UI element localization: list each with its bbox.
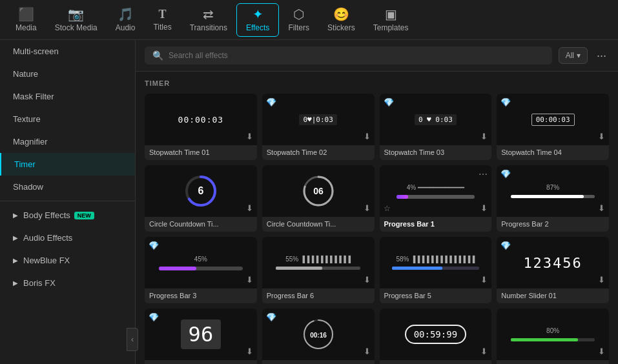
- download-icon[interactable]: ⬇: [364, 132, 371, 141]
- download-icon[interactable]: ⬇: [598, 347, 605, 356]
- download-icon[interactable]: ⬇: [480, 203, 488, 213]
- card-thumb: 💎 00:16 ⬇: [262, 308, 375, 360]
- card-label: Stopwatch Time 04: [497, 145, 609, 160]
- card-progress-bar-6[interactable]: 55% ▐▐▐▐▐▐▐▐▐▐▐ ⬇ Progress Bar 6: [262, 237, 375, 303]
- effects-icon: ✦: [252, 8, 263, 21]
- expand-icon-4: ▶: [13, 279, 18, 287]
- sidebar-item-audio-effects[interactable]: ▶ Audio Effects: [0, 227, 135, 249]
- card-stopwatch-04[interactable]: 💎 00:00:03 ⬇ Stopwatch Time 04: [497, 94, 609, 160]
- more-options-button[interactable]: ···: [594, 49, 609, 63]
- card-label: Stopwatch Time 03: [380, 145, 492, 160]
- card-label: Number Slider 01: [497, 288, 609, 303]
- card-progress-bar-1[interactable]: ⋯ 4% ━━━━━━━━━━━━ ☆ ⬇ Progress Bar 1: [380, 165, 492, 232]
- circle-countdown-small-svg: 00:16: [300, 316, 336, 352]
- card-thumb: ⋯ 4% ━━━━━━━━━━━━ ☆ ⬇: [380, 165, 492, 217]
- download-icon[interactable]: ⬇: [246, 275, 253, 285]
- card-progress-bar-8[interactable]: 80% ⬇ Progress Bar 8: [497, 308, 609, 364]
- filter-dropdown[interactable]: All ▾: [559, 47, 588, 64]
- nav-media[interactable]: ⬛ Media: [6, 4, 46, 36]
- search-icon: 🔍: [152, 50, 163, 61]
- sidebar: Multi-screen Nature Mask Filter Texture …: [0, 40, 136, 364]
- download-icon[interactable]: ⬇: [480, 132, 488, 141]
- sidebar-collapse-button[interactable]: ‹: [127, 328, 138, 351]
- card-circle-countdown-01[interactable]: 6 ⬇ Circle Countdown Ti...: [145, 165, 257, 232]
- nav-filters[interactable]: ⬡ Filters: [279, 4, 318, 36]
- nav-effects[interactable]: ✦ Effects: [236, 3, 279, 37]
- templates-icon: ▣: [385, 8, 397, 21]
- card-thumb: 00:00:03 ⬇: [145, 94, 257, 145]
- stickers-icon: 😊: [333, 8, 349, 21]
- expand-icon: ▶: [13, 212, 18, 219]
- filters-icon: ⬡: [293, 8, 304, 21]
- card-progress-bar-2[interactable]: 💎 87% ⬇ Progress Bar 2: [497, 165, 609, 232]
- svg-text:6: 6: [198, 185, 203, 196]
- sidebar-item-shadow[interactable]: Shadow: [0, 176, 135, 198]
- circle-countdown-svg: 6: [183, 173, 219, 209]
- sidebar-item-texture[interactable]: Texture: [0, 108, 135, 130]
- sidebar-item-timer[interactable]: Timer: [0, 153, 135, 176]
- download-icon[interactable]: ⬇: [246, 347, 253, 356]
- card-number-slider-01[interactable]: 💎 123456 ⬇ Number Slider 01: [497, 237, 609, 303]
- dots-menu-icon[interactable]: ⋯: [479, 169, 488, 179]
- card-circle-countdown-02[interactable]: 06 ⬇ Circle Countdown Ti...: [262, 165, 375, 232]
- sidebar-item-body-effects[interactable]: ▶ Body Effects NEW: [0, 204, 135, 227]
- sidebar-item-magnifier[interactable]: Magnifier: [0, 130, 135, 153]
- download-icon[interactable]: ⬇: [246, 132, 253, 141]
- expand-icon-3: ▶: [13, 257, 18, 264]
- card-flip-counter-02[interactable]: 💎 96 ⬇ Flip Counter 02: [145, 308, 257, 364]
- gem-icon: 💎: [500, 241, 511, 250]
- nav-stock-media[interactable]: 📷 Stock Media: [46, 4, 107, 36]
- card-thumb: 80% ⬇: [497, 308, 609, 360]
- svg-text:00:16: 00:16: [310, 332, 327, 339]
- download-icon[interactable]: ⬇: [480, 347, 488, 356]
- card-stopwatch-02[interactable]: 💎 0♥|0:03 ⬇ Stopwatch Time 02: [262, 94, 375, 160]
- card-circle-countdown-t3[interactable]: 💎 00:16 ⬇ Circle Countdown Ti...: [262, 308, 375, 364]
- nav-stickers[interactable]: 😊 Stickers: [318, 4, 364, 36]
- content-area: 🔍 All ▾ ··· TIMER 00:00:03 ⬇: [136, 40, 618, 364]
- card-thumb: 💎 0 ♥ 0:03 ⬇: [380, 94, 492, 145]
- card-thumb: 💎 0♥|0:03 ⬇: [262, 94, 375, 145]
- sidebar-item-mask-filter[interactable]: Mask Filter: [0, 85, 135, 108]
- download-icon[interactable]: ⬇: [598, 275, 605, 285]
- nav-templates[interactable]: ▣ Templates: [364, 4, 418, 36]
- card-progress-bar-3[interactable]: 💎 45% ⬇ Progress Bar 3: [145, 237, 257, 303]
- card-thumb: 58% ▐▐▐▐▐▐▐▐▐▐▐▐▐▐ ⬇: [380, 237, 492, 288]
- card-label: Progress Bar 5: [380, 288, 492, 303]
- search-input-wrap[interactable]: 🔍: [145, 46, 552, 65]
- card-thumb: 💎 45% ⬇: [145, 237, 257, 288]
- card-progress-bar-5[interactable]: 58% ▐▐▐▐▐▐▐▐▐▐▐▐▐▐ ⬇ Progress Bar 5: [380, 237, 492, 303]
- nav-transitions[interactable]: ⇄ Transitions: [181, 4, 236, 36]
- top-nav: ⬛ Media 📷 Stock Media 🎵 Audio T Titles ⇄…: [0, 0, 618, 40]
- download-icon[interactable]: ⬇: [364, 347, 371, 356]
- gem-icon: 💎: [266, 97, 276, 107]
- card-thumb: 00:59:99 ⬇: [380, 308, 492, 360]
- download-icon[interactable]: ⬇: [364, 203, 371, 213]
- card-label: Circle Countdown Ti...: [262, 360, 375, 364]
- star-icon: ☆: [384, 204, 391, 213]
- effects-grid-row-1: 00:00:03 ⬇ Stopwatch Time 01 💎 0♥|0:03 ⬇…: [145, 94, 609, 160]
- stock-media-icon: 📷: [68, 8, 84, 21]
- gem-icon: 💎: [149, 241, 159, 250]
- download-icon[interactable]: ⬇: [598, 132, 605, 141]
- sidebar-item-nature[interactable]: Nature: [0, 63, 135, 85]
- nav-audio[interactable]: 🎵 Audio: [107, 4, 145, 36]
- download-icon[interactable]: ⬇: [246, 203, 253, 213]
- search-input[interactable]: [169, 51, 544, 60]
- nav-titles[interactable]: T Titles: [144, 5, 180, 35]
- sidebar-item-boris-fx[interactable]: ▶ Boris FX: [0, 272, 135, 294]
- sidebar-item-newblue-fx[interactable]: ▶ NewBlue FX: [0, 249, 135, 272]
- card-label: Circle Countdown Ti...: [145, 217, 257, 232]
- download-icon[interactable]: ⬇: [480, 275, 488, 285]
- card-thumb: 💎 87% ⬇: [497, 165, 609, 217]
- effects-grid-row-2: 6 ⬇ Circle Countdown Ti... 06 ⬇: [145, 165, 609, 232]
- download-icon[interactable]: ⬇: [598, 203, 605, 213]
- card-capsule-timer-01[interactable]: 00:59:99 ⬇ Capsule Shape Timer 01: [380, 308, 492, 364]
- card-label: Progress Bar 8: [497, 360, 609, 364]
- card-stopwatch-01[interactable]: 00:00:03 ⬇ Stopwatch Time 01: [145, 94, 257, 160]
- download-icon[interactable]: ⬇: [364, 275, 371, 285]
- titles-icon: T: [159, 8, 167, 20]
- card-label: Capsule Shape Timer 01: [380, 360, 492, 364]
- card-stopwatch-03[interactable]: 💎 0 ♥ 0:03 ⬇ Stopwatch Time 03: [380, 94, 492, 160]
- sidebar-item-multi-screen[interactable]: Multi-screen: [0, 40, 135, 63]
- gem-icon: 💎: [500, 169, 511, 179]
